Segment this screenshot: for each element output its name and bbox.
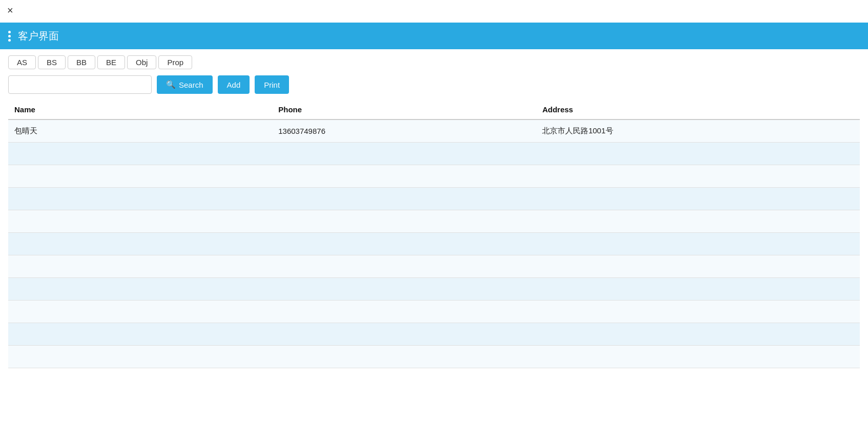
cell-address: 北京市人民路1001号 [536,119,860,142]
search-button-label: Search [179,81,203,89]
table-row[interactable] [8,300,860,323]
header-bar: 客户界面 [0,23,868,49]
cell-address [536,210,860,232]
cell-phone [272,277,536,300]
tab-bar: ASBSBBBEObjProp [0,49,868,69]
cell-name: 包晴天 [8,119,272,142]
cell-phone [272,142,536,165]
search-icon: 🔍 [166,80,176,89]
cell-address [536,165,860,187]
cell-phone [272,210,536,232]
tab-be[interactable]: BE [97,55,125,69]
table-row[interactable] [8,210,860,232]
print-button-label: Print [264,81,280,89]
cell-phone [272,165,536,187]
close-button[interactable]: × [7,5,13,15]
table-row[interactable] [8,165,860,187]
cell-address [536,255,860,277]
cell-address [536,277,860,300]
cell-name [8,210,272,232]
cell-address [536,232,860,255]
table-row[interactable] [8,277,860,300]
print-button[interactable]: Print [255,75,289,94]
column-header-phone: Phone [272,100,536,119]
table-row[interactable] [8,187,860,210]
data-table-container: Name Phone Address 包晴天13603749876北京市人民路1… [0,100,868,368]
tab-bs[interactable]: BS [38,55,66,69]
cell-name [8,323,272,345]
table-row[interactable] [8,345,860,368]
cell-address [536,142,860,165]
add-button[interactable]: Add [218,75,250,94]
cell-name [8,277,272,300]
page-title: 客户界面 [18,29,59,43]
cell-phone: 13603749876 [272,119,536,142]
cell-phone [272,300,536,323]
table-row[interactable] [8,323,860,345]
cell-phone [272,323,536,345]
tab-prop[interactable]: Prop [158,55,192,69]
cell-name [8,255,272,277]
table-row[interactable] [8,232,860,255]
search-button[interactable]: 🔍 Search [157,75,213,94]
menu-dots-icon[interactable] [8,31,11,42]
table-row[interactable] [8,255,860,277]
column-header-address: Address [536,100,860,119]
cell-address [536,345,860,368]
cell-name [8,232,272,255]
cell-address [536,323,860,345]
cell-name [8,187,272,210]
cell-address [536,300,860,323]
cell-name [8,300,272,323]
search-input[interactable] [8,75,152,94]
toolbar: 🔍 Search Add Print [0,69,868,100]
cell-name [8,142,272,165]
add-button-label: Add [227,81,241,89]
cell-phone [272,255,536,277]
tab-bb[interactable]: BB [68,55,95,69]
cell-phone [272,345,536,368]
tab-obj[interactable]: Obj [127,55,156,69]
table-row[interactable] [8,142,860,165]
table-header-row: Name Phone Address [8,100,860,119]
cell-name [8,165,272,187]
table-row[interactable]: 包晴天13603749876北京市人民路1001号 [8,119,860,142]
cell-phone [272,187,536,210]
cell-address [536,187,860,210]
column-header-name: Name [8,100,272,119]
tab-as[interactable]: AS [8,55,36,69]
cell-name [8,345,272,368]
data-table: Name Phone Address 包晴天13603749876北京市人民路1… [8,100,860,368]
cell-phone [272,232,536,255]
